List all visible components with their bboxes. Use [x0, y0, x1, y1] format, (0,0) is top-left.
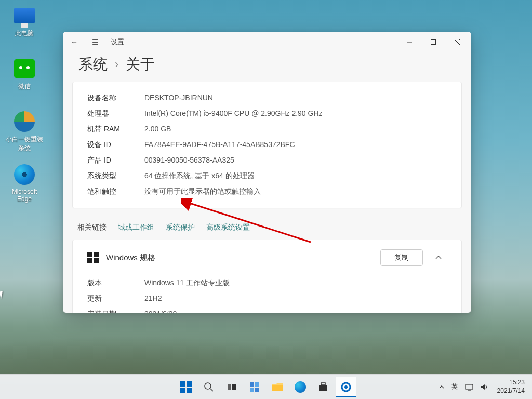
spec-label: 系统类型: [87, 171, 144, 181]
store-button[interactable]: [313, 377, 334, 397]
titlebar: ← ☰ 设置: [63, 32, 471, 52]
icon-label: 微信: [5, 82, 44, 91]
chevron-up-icon: [439, 384, 444, 390]
edge-icon: [14, 164, 35, 185]
minimize-button[interactable]: [397, 34, 421, 50]
widgets-icon: [249, 382, 260, 392]
widgets-button[interactable]: [244, 377, 265, 397]
settings-window: ← ☰ 设置 系统 › 关于 设备名称DESKTOP-JBIRNUN 处理器In…: [63, 32, 471, 313]
svg-rect-14: [319, 385, 327, 391]
task-view-icon: [227, 382, 237, 392]
pc-icon: [14, 8, 35, 23]
settings-button[interactable]: [336, 377, 356, 397]
content-area: 设备名称DESKTOP-JBIRNUN 处理器Intel(R) Core(TM)…: [63, 82, 471, 313]
svg-marker-20: [481, 384, 485, 390]
spec-label: 安装日期: [87, 310, 144, 313]
desktop-icon-edge[interactable]: Microsoft Edge: [5, 163, 44, 203]
svg-rect-1: [431, 40, 436, 45]
desktop: 此电脑 微信 小白一键重装系统 Microsoft Edge ← ☰ 设置 系统…: [0, 0, 532, 399]
svg-rect-8: [232, 384, 236, 390]
windows-spec-card: Windows 规格 复制 版本Windows 11 工作站专业版 更新21H2…: [72, 240, 462, 313]
explorer-button[interactable]: [267, 377, 288, 397]
back-button[interactable]: ←: [65, 33, 84, 51]
breadcrumb: 系统 › 关于: [63, 52, 471, 82]
spec-value: 21H2: [144, 294, 447, 303]
folder-icon: [272, 382, 283, 392]
spec-value: 2021/6/30: [144, 310, 447, 313]
windows-logo-icon: [87, 252, 99, 263]
network-tray[interactable]: [463, 379, 475, 395]
taskbar: 英 15:23 2021/7/14: [0, 374, 532, 399]
clock[interactable]: 15:23 2021/7/14: [494, 379, 528, 395]
app-title: 设置: [111, 37, 124, 47]
spec-value: Windows 11 工作站专业版: [144, 278, 447, 288]
volume-tray[interactable]: [478, 379, 491, 395]
spec-label: 版本: [87, 278, 144, 288]
desktop-icon-xiaobai[interactable]: 小白一键重装系统: [5, 110, 44, 153]
edge-icon: [295, 381, 306, 393]
svg-rect-12: [255, 388, 259, 392]
link-advanced-system[interactable]: 高级系统设置: [206, 223, 250, 232]
speaker-icon: [481, 383, 489, 391]
task-view-button[interactable]: [221, 377, 242, 397]
related-links-row: 相关链接 域或工作组 系统保护 高级系统设置: [72, 216, 462, 240]
spec-label: 产品 ID: [87, 156, 144, 165]
breadcrumb-root[interactable]: 系统: [78, 55, 108, 74]
wechat-icon: [14, 59, 35, 78]
maximize-button[interactable]: [421, 34, 445, 50]
collapse-toggle[interactable]: [430, 249, 447, 266]
spec-value: 00391-90050-56378-AA325: [144, 156, 447, 165]
link-system-protection[interactable]: 系统保护: [166, 223, 195, 232]
gear-icon: [340, 381, 352, 393]
spec-label: 笔和触控: [87, 187, 144, 196]
windows-start-icon: [180, 381, 192, 393]
tray-overflow[interactable]: [437, 379, 446, 395]
spec-label: 更新: [87, 294, 144, 303]
svg-line-6: [210, 389, 213, 391]
desktop-icon-this-pc[interactable]: 此电脑: [5, 4, 44, 38]
svg-rect-7: [228, 384, 231, 390]
network-icon: [465, 383, 473, 391]
spec-label: 设备 ID: [87, 140, 144, 150]
start-button[interactable]: [176, 377, 196, 397]
spec-label: 处理器: [87, 109, 144, 118]
svg-point-17: [344, 385, 348, 389]
icon-label: 小白一键重装系统: [5, 135, 44, 153]
ime-indicator[interactable]: 英: [449, 379, 460, 395]
related-links-label: 相关链接: [77, 223, 107, 232]
menu-button[interactable]: ☰: [86, 33, 104, 51]
icon-label: 此电脑: [5, 29, 44, 38]
spec-value: 2.00 GB: [144, 125, 447, 134]
link-domain-workgroup[interactable]: 域或工作组: [118, 223, 154, 232]
spec-value: DESKTOP-JBIRNUN: [144, 94, 447, 103]
copy-button[interactable]: 复制: [380, 249, 423, 266]
spec-value: 64 位操作系统, 基于 x64 的处理器: [144, 171, 447, 181]
svg-rect-10: [255, 382, 259, 387]
svg-rect-13: [272, 385, 283, 391]
search-icon: [204, 382, 214, 392]
svg-rect-11: [250, 388, 254, 392]
desktop-icon-wechat[interactable]: 微信: [5, 57, 44, 91]
spec-value: 没有可用于此显示器的笔或触控输入: [144, 187, 447, 196]
clock-time: 15:23: [497, 379, 525, 387]
svg-rect-9: [250, 382, 254, 387]
edge-button[interactable]: [290, 377, 311, 397]
clock-date: 2021/7/14: [497, 387, 525, 395]
chevron-right-icon: ›: [115, 58, 118, 71]
svg-point-5: [205, 383, 211, 389]
close-button[interactable]: [445, 34, 469, 50]
spec-value: Intel(R) Core(TM) i5-9400F CPU @ 2.90GHz…: [144, 109, 447, 118]
svg-rect-18: [466, 384, 473, 389]
windows-spec-title: Windows 规格: [106, 253, 373, 263]
store-icon: [318, 382, 328, 392]
svg-rect-15: [321, 383, 325, 385]
cursor-icon: [0, 290, 7, 299]
spec-value: FA78A4EE-9ADF-475B-A117-45AB85372BFC: [144, 140, 447, 150]
reinstall-icon: [14, 111, 35, 132]
breadcrumb-current: 关于: [126, 55, 155, 74]
device-spec-card: 设备名称DESKTOP-JBIRNUN 处理器Intel(R) Core(TM)…: [72, 82, 462, 208]
icon-label: Microsoft Edge: [5, 188, 44, 203]
spec-label: 设备名称: [87, 94, 144, 103]
chevron-up-icon: [435, 255, 442, 261]
search-button[interactable]: [198, 377, 219, 397]
